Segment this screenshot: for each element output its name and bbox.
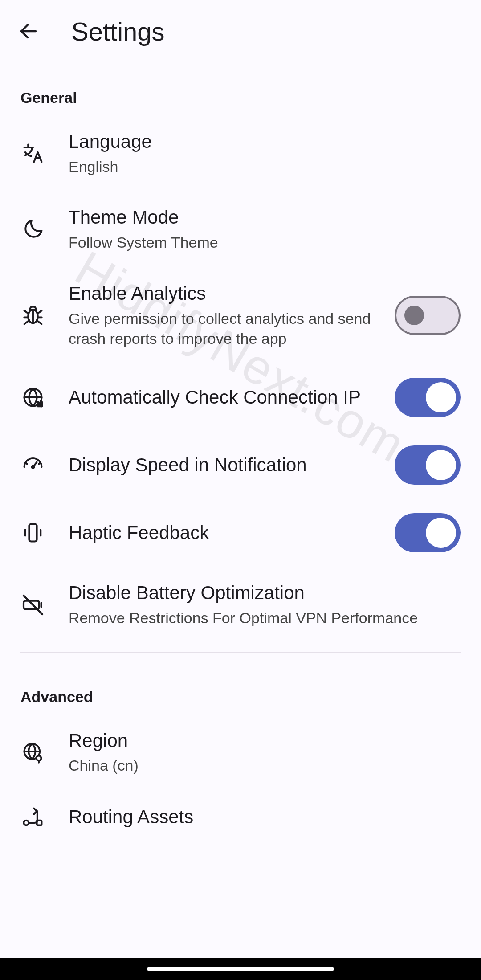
svg-rect-4: [29, 524, 37, 542]
page-title: Settings: [71, 16, 165, 46]
setting-routing[interactable]: Routing Assets: [0, 790, 481, 844]
arrow-back-icon: [18, 20, 39, 42]
setting-haptic[interactable]: Haptic Feedback: [0, 499, 481, 567]
speedometer-icon: [20, 453, 45, 478]
setting-theme[interactable]: Theme Mode Follow System Theme: [0, 191, 481, 267]
section-header-advanced: Advanced: [0, 662, 481, 715]
speed-toggle[interactable]: [395, 445, 461, 485]
app-bar: Settings: [0, 0, 481, 62]
language-icon: [20, 141, 45, 166]
setting-language[interactable]: Language English: [0, 115, 481, 191]
setting-title: Theme Mode: [69, 205, 450, 230]
setting-title: Region: [69, 729, 450, 753]
setting-speed-notification[interactable]: Display Speed in Notification: [0, 431, 481, 499]
setting-battery[interactable]: Disable Battery Optimization Remove Rest…: [0, 567, 481, 642]
setting-analytics[interactable]: Enable Analytics Give permission to coll…: [0, 267, 481, 363]
globe-arrow-icon: [20, 385, 45, 410]
setting-subtitle: Follow System Theme: [69, 233, 450, 253]
setting-region[interactable]: Region China (cn): [0, 715, 481, 790]
auto-ip-toggle[interactable]: [395, 378, 461, 417]
setting-title: Haptic Feedback: [69, 521, 384, 545]
setting-subtitle: China (cn): [69, 755, 450, 776]
route-icon: [20, 804, 45, 829]
moon-icon: [20, 217, 45, 242]
analytics-toggle[interactable]: [395, 296, 461, 335]
haptic-toggle[interactable]: [395, 513, 461, 552]
setting-auto-ip[interactable]: Automatically Check Connection IP: [0, 363, 481, 431]
back-button[interactable]: [12, 15, 45, 47]
setting-subtitle: English: [69, 157, 450, 177]
nav-handle[interactable]: [147, 967, 334, 971]
setting-title: Automatically Check Connection IP: [69, 385, 384, 410]
setting-title: Language: [69, 130, 450, 154]
section-divider: [20, 652, 461, 653]
setting-title: Display Speed in Notification: [69, 453, 384, 478]
setting-subtitle: Give permission to collect analytics and…: [69, 309, 384, 350]
haptic-icon: [20, 520, 45, 545]
svg-point-3: [32, 466, 34, 468]
setting-subtitle: Remove Restrictions For Optimal VPN Perf…: [69, 608, 450, 629]
section-header-general: General: [0, 62, 481, 115]
bug-icon: [20, 303, 45, 328]
setting-title: Disable Battery Optimization: [69, 581, 450, 605]
globe-pin-icon: [20, 740, 45, 765]
setting-title: Enable Analytics: [69, 282, 384, 306]
battery-off-icon: [20, 592, 45, 617]
setting-title: Routing Assets: [69, 805, 450, 829]
system-nav-bar: [0, 958, 481, 980]
